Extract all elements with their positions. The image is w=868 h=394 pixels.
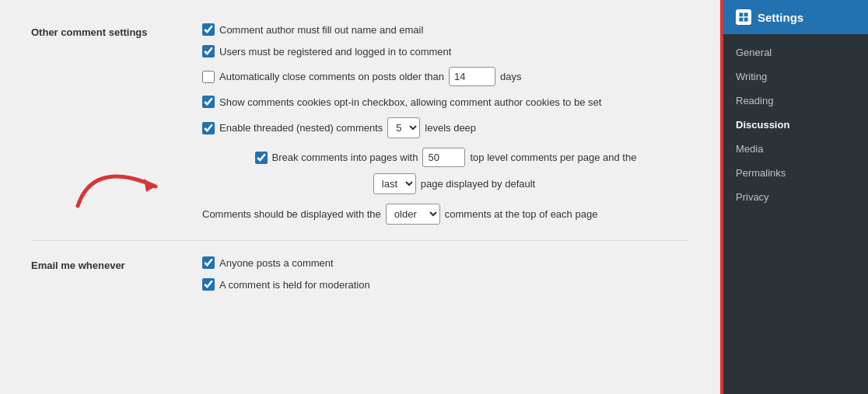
display-order-select[interactable]: older newer [386,204,440,225]
break-pages-input[interactable] [422,148,465,167]
page-displayed-post: page displayed by default [421,178,535,190]
settings-icon [736,9,751,25]
break-pages-label-post: top level comments per page and the [470,152,636,163]
main-content: Other comment settings Comment author mu… [0,0,720,394]
other-comment-controls: Comment author must fill out name and em… [202,23,689,225]
users-registered-row: Users must be registered and logged in t… [202,45,689,58]
sidebar-nav: General Writing Reading Discussion Media… [723,34,868,215]
sidebar-header-label: Settings [758,11,803,24]
threaded-select[interactable]: 5 [387,117,420,138]
display-order-row: Comments should be displayed with the ol… [202,204,689,225]
sidebar-link-reading[interactable]: Reading [723,89,868,113]
held-moderation-checkbox[interactable] [202,278,215,291]
page-displayed-row: last first page displayed by default [356,173,535,194]
sidebar-link-permalinks[interactable]: Permalinks [723,161,868,185]
svg-rect-3 [739,18,743,22]
auto-close-label-pre: Automatically close comments on posts ol… [219,71,444,82]
break-pages-checkbox[interactable] [255,152,268,164]
auto-close-days-input[interactable] [449,67,495,86]
auto-close-row: Automatically close comments on posts ol… [202,67,689,86]
sidebar-item-media[interactable]: Media [723,137,868,161]
sidebar-link-writing[interactable]: Writing [723,65,868,89]
comment-author-row: Comment author must fill out name and em… [202,23,689,36]
break-pages-label-pre: Break comments into pages with [272,152,418,163]
anyone-posts-row: Anyone posts a comment [202,256,689,269]
sidebar-item-general[interactable]: General [723,40,868,65]
users-registered-label: Users must be registered and logged in t… [219,46,451,58]
anyone-posts-label: Anyone posts a comment [219,257,334,269]
other-comment-settings-section: Other comment settings Comment author mu… [31,23,689,225]
display-order-pre: Comments should be displayed with the [202,208,381,220]
email-section-label: Email me whenever [31,256,202,291]
sidebar-item-permalinks[interactable]: Permalinks [723,161,868,185]
display-order-post: comments at the top of each page [445,208,598,220]
svg-rect-2 [744,12,748,16]
break-pages-inline: Break comments into pages with top level… [255,148,637,167]
threaded-label-post: levels deep [425,122,476,134]
email-controls: Anyone posts a comment A comment is held… [202,256,689,291]
comment-author-checkbox[interactable] [202,23,215,36]
auto-close-label-post: days [500,71,521,82]
anyone-posts-checkbox[interactable] [202,256,215,269]
svg-rect-4 [744,18,748,22]
sidebar-header: Settings [723,0,868,34]
email-section: Email me whenever Anyone posts a comment… [31,240,689,291]
comment-author-label: Comment author must fill out name and em… [219,24,423,36]
sidebar-link-media[interactable]: Media [723,137,868,161]
sidebar-item-reading[interactable]: Reading [723,89,868,113]
sidebar: Settings General Writing Reading Discuss… [720,0,868,394]
held-moderation-label: A comment is held for moderation [219,279,370,291]
break-pages-row: Break comments into pages with top level… [202,148,689,194]
sidebar-link-discussion[interactable]: Discussion [723,113,868,137]
sidebar-link-privacy[interactable]: Privacy [723,185,868,209]
cookies-checkbox[interactable] [202,96,215,108]
users-registered-checkbox[interactable] [202,45,215,58]
threaded-checkbox[interactable] [202,122,215,134]
threaded-row: Enable threaded (nested) comments 5 leve… [202,117,689,138]
other-comment-settings-label: Other comment settings [31,23,202,225]
sidebar-item-privacy[interactable]: Privacy [723,185,868,209]
cookies-label: Show comments cookies opt-in checkbox, a… [219,96,601,108]
threaded-label-pre: Enable threaded (nested) comments [219,122,383,134]
svg-rect-1 [739,12,743,16]
sidebar-item-writing[interactable]: Writing [723,65,868,89]
sidebar-link-general[interactable]: General [723,40,868,65]
sidebar-item-discussion[interactable]: Discussion [723,113,868,137]
held-moderation-row: A comment is held for moderation [202,278,689,291]
cookies-row: Show comments cookies opt-in checkbox, a… [202,96,689,108]
settings-svg-icon [738,12,749,23]
page-displayed-select[interactable]: last first [373,173,416,194]
auto-close-checkbox[interactable] [202,71,215,83]
